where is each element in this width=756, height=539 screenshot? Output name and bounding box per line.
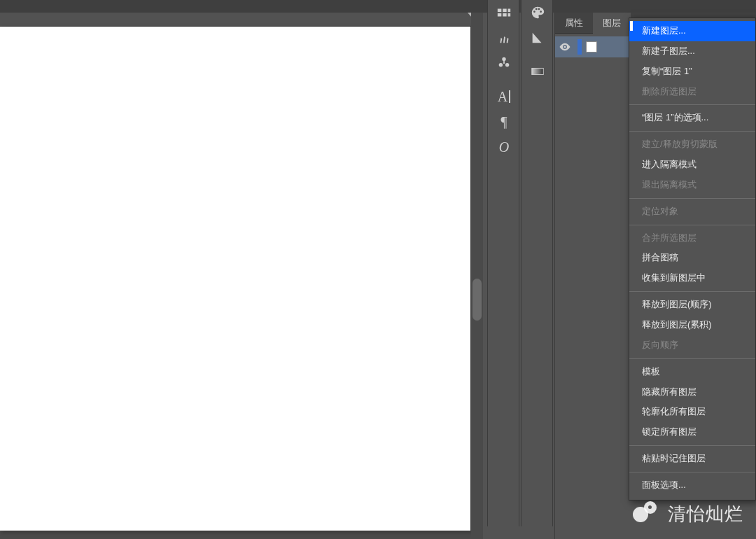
menu-separator xyxy=(629,225,755,225)
watermark-text: 清怡灿烂 xyxy=(668,502,743,526)
opentype-panel-icon[interactable]: O xyxy=(488,134,520,160)
menu-item[interactable]: 新建子图层... xyxy=(629,41,755,62)
menu-item[interactable]: 拼合图稿 xyxy=(629,248,755,268)
menu-item[interactable]: 收集到新图层中 xyxy=(629,268,755,288)
menu-item[interactable]: 新建图层... xyxy=(629,21,755,41)
color-guide-panel-icon[interactable] xyxy=(522,25,554,50)
layers-panel-flyout-menu[interactable]: 新建图层...新建子图层...复制“图层 1”删除所选图层“图层 1”的选项..… xyxy=(629,18,756,500)
wechat-icon xyxy=(633,501,661,526)
layer-color-swatch xyxy=(578,39,582,55)
menu-item[interactable]: 释放到图层(顺序) xyxy=(629,295,755,315)
symbols-panel-icon[interactable] xyxy=(488,50,520,76)
layer-thumbnail xyxy=(586,41,597,52)
menu-separator xyxy=(629,131,755,132)
paragraph-panel-icon[interactable]: ¶ xyxy=(488,109,520,134)
character-panel-icon[interactable]: A xyxy=(488,84,520,109)
artboard[interactable] xyxy=(0,27,470,531)
gradient-panel-icon[interactable] xyxy=(522,59,554,84)
watermark: 清怡灿烂 xyxy=(633,501,743,526)
menu-item[interactable]: 进入隔离模式 xyxy=(629,155,755,175)
menu-item[interactable]: 释放到图层(累积) xyxy=(629,315,755,335)
vertical-scrollbar[interactable] xyxy=(471,13,483,539)
menu-item: 合并所选图层 xyxy=(629,228,755,248)
svg-rect-6 xyxy=(532,68,544,74)
menu-item[interactable]: “图层 1”的选项... xyxy=(629,108,755,128)
svg-rect-0 xyxy=(498,9,502,13)
menu-item[interactable]: 复制“图层 1” xyxy=(629,62,755,82)
menu-item[interactable]: 锁定所有图层 xyxy=(629,422,755,442)
menu-item[interactable]: 粘贴时记住图层 xyxy=(629,449,755,469)
top-bar: << << xyxy=(0,0,756,13)
panel-icon-strip-a: A ¶ O xyxy=(487,0,519,526)
menu-separator xyxy=(629,445,755,446)
brushes-panel-icon[interactable] xyxy=(488,25,520,50)
ruler-horizontal xyxy=(0,13,483,27)
panel-icon-strip-b xyxy=(521,0,553,526)
svg-rect-4 xyxy=(503,13,507,17)
visibility-eye-icon[interactable] xyxy=(555,41,575,53)
menu-item[interactable]: 轮廓化所有图层 xyxy=(629,402,755,422)
swatches-panel-icon[interactable] xyxy=(488,0,520,25)
app-root: << << A ¶ O xyxy=(0,0,756,539)
menu-item[interactable]: 面板选项... xyxy=(629,475,755,496)
menu-item: 定位对象 xyxy=(629,202,755,222)
menu-item[interactable]: 模板 xyxy=(629,362,755,382)
color-panel-icon[interactable] xyxy=(522,0,554,25)
tab-layers[interactable]: 图层 xyxy=(593,13,631,34)
tab-properties[interactable]: 属性 xyxy=(555,13,593,34)
menu-item: 删除所选图层 xyxy=(629,82,755,102)
menu-item: 退出隔离模式 xyxy=(629,175,755,195)
menu-item[interactable]: 隐藏所有图层 xyxy=(629,382,755,402)
menu-separator xyxy=(629,198,755,199)
menu-selection-marker-icon xyxy=(630,21,633,31)
menu-separator xyxy=(629,358,755,359)
menu-separator xyxy=(629,472,755,472)
menu-separator xyxy=(629,104,755,105)
menu-separator xyxy=(629,291,755,292)
menu-item: 建立/释放剪切蒙版 xyxy=(629,134,755,155)
scrollbar-thumb[interactable] xyxy=(472,279,482,321)
svg-rect-1 xyxy=(503,9,507,13)
svg-rect-2 xyxy=(508,9,511,13)
canvas-region xyxy=(0,13,483,539)
svg-rect-3 xyxy=(498,13,502,17)
menu-item: 反向顺序 xyxy=(629,335,755,356)
svg-rect-5 xyxy=(508,13,511,17)
canvas-area[interactable] xyxy=(0,27,472,539)
